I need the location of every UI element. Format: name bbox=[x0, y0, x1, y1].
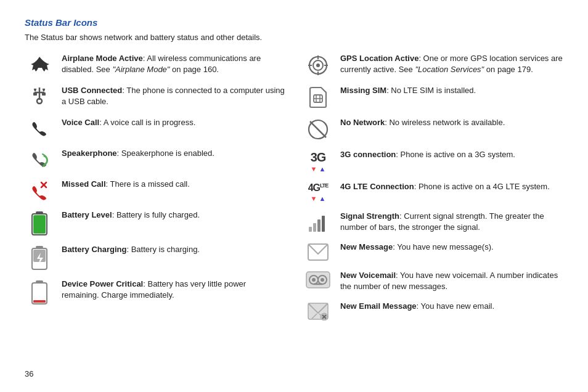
svg-point-43 bbox=[321, 278, 324, 282]
battery-critical-text: Device Power Critical: Battery has very … bbox=[62, 279, 285, 301]
svg-point-23 bbox=[316, 63, 320, 67]
svg-rect-35 bbox=[313, 223, 316, 232]
no-network-text: No Network: No wireless network is avail… bbox=[340, 117, 505, 128]
svg-rect-2 bbox=[33, 92, 37, 96]
list-item: GPS Location Active: One or more GPS loc… bbox=[303, 53, 563, 76]
svg-rect-3 bbox=[42, 92, 46, 96]
airplane-mode-text: Airplane Mode Active: All wireless commu… bbox=[62, 53, 285, 75]
gps-active-icon bbox=[303, 53, 333, 76]
list-item: Device Power Critical: Battery has very … bbox=[25, 279, 285, 304]
new-voicemail-icon bbox=[303, 270, 333, 288]
battery-charging-text: Battery Charging: Battery is charging. bbox=[62, 244, 200, 255]
right-column: GPS Location Active: One or more GPS loc… bbox=[303, 53, 563, 329]
list-item: New Email Message: You have new email. bbox=[303, 301, 563, 321]
airplane-mode-icon bbox=[25, 53, 54, 76]
list-item: Airplane Mode Active: All wireless commu… bbox=[25, 53, 285, 76]
list-item: Voice Call: A voice call is in progress. bbox=[25, 117, 285, 139]
list-item: Missing SIM: No LTE SIM is installed. bbox=[303, 85, 563, 108]
list-item: Signal Strength: Current signal strength… bbox=[303, 211, 563, 233]
voice-call-icon bbox=[25, 117, 54, 139]
missed-call-text: Missed Call: There is a missed call. bbox=[62, 179, 190, 190]
svg-rect-13 bbox=[33, 215, 46, 234]
svg-point-42 bbox=[312, 278, 316, 282]
list-item: Missed Call: There is a missed call. bbox=[25, 179, 285, 201]
speakerphone-icon bbox=[25, 148, 54, 170]
new-message-icon bbox=[303, 242, 333, 261]
list-item: USB Connected: The phone is connected to… bbox=[25, 85, 285, 108]
missed-call-icon bbox=[25, 179, 54, 201]
new-voicemail-text: New Voicemail: You have new voicemail. A… bbox=[340, 270, 563, 292]
speakerphone-text: Speakerphone: Speakerphone is enabled. bbox=[62, 148, 214, 159]
voice-call-text: Voice Call: A voice call is in progress. bbox=[62, 117, 195, 128]
svg-line-33 bbox=[310, 121, 326, 137]
intro-text: The Status bar shows network and battery… bbox=[25, 33, 284, 42]
page-number: 36 bbox=[25, 369, 33, 378]
3g-connection-text: 3G connection: Phone is active on a 3G s… bbox=[340, 149, 515, 160]
page-title: Status Bar Icons bbox=[25, 17, 563, 28]
svg-rect-20 bbox=[33, 300, 46, 303]
list-item: Battery Charging: Battery is charging. bbox=[25, 244, 285, 270]
svg-rect-34 bbox=[309, 227, 312, 232]
usb-connected-icon bbox=[25, 85, 54, 108]
missing-sim-icon bbox=[303, 85, 333, 108]
svg-rect-37 bbox=[322, 216, 325, 232]
new-message-text: New Message: You have new message(s). bbox=[340, 242, 494, 253]
4g-lte-connection-text: 4G LTE Connection: Phone is active on a … bbox=[340, 181, 550, 192]
list-item: Battery Level: Battery is fully charged. bbox=[25, 210, 285, 235]
gps-active-text: GPS Location Active: One or more GPS loc… bbox=[340, 53, 563, 75]
list-item: Speakerphone: Speakerphone is enabled. bbox=[25, 148, 285, 170]
usb-connected-text: USB Connected: The phone is connected to… bbox=[62, 85, 285, 107]
svg-point-4 bbox=[37, 99, 42, 104]
battery-charging-icon bbox=[25, 244, 54, 270]
new-email-text: New Email Message: You have new email. bbox=[340, 301, 494, 312]
svg-rect-36 bbox=[317, 219, 321, 232]
4g-lte-connection-icon: 4GLTE ▼ ▲ bbox=[303, 181, 333, 202]
no-network-icon bbox=[303, 117, 333, 141]
missing-sim-text: Missing SIM: No LTE SIM is installed. bbox=[340, 85, 476, 96]
left-column: Airplane Mode Active: All wireless commu… bbox=[25, 53, 285, 329]
signal-strength-icon bbox=[303, 211, 333, 233]
list-item: New Message: You have new message(s). bbox=[303, 242, 563, 261]
3g-connection-icon: 3G ▼ ▲ bbox=[303, 149, 333, 173]
battery-critical-icon bbox=[25, 279, 54, 304]
battery-level-text: Battery Level: Battery is fully charged. bbox=[62, 210, 200, 221]
new-email-icon bbox=[303, 301, 333, 321]
list-item: New Voicemail: You have new voicemail. A… bbox=[303, 270, 563, 292]
list-item: 4GLTE ▼ ▲ 4G LTE Connection: Phone is ac… bbox=[303, 181, 563, 202]
battery-level-icon bbox=[25, 210, 54, 235]
signal-strength-text: Signal Strength: Current signal strength… bbox=[340, 211, 563, 233]
list-item: 3G ▼ ▲ 3G connection: Phone is active on… bbox=[303, 149, 563, 173]
list-item: No Network: No wireless network is avail… bbox=[303, 117, 563, 141]
